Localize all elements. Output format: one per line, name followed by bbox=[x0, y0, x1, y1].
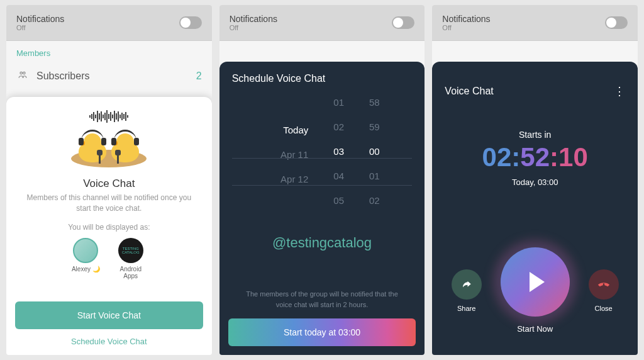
notifications-label: Notifications bbox=[16, 14, 64, 24]
notifications-row[interactable]: Notifications Off bbox=[432, 5, 638, 41]
countdown-timer: 02:52:10 bbox=[482, 142, 588, 172]
members-section-header: Members bbox=[6, 41, 212, 65]
countdown-sheet: Voice Chat ⋮ Starts in 02:52:10 Today, 0… bbox=[432, 62, 638, 355]
notifications-status: Off bbox=[16, 24, 64, 31]
start-now-label: Start Now bbox=[517, 324, 553, 334]
svg-point-1 bbox=[23, 72, 26, 74]
more-menu-icon[interactable]: ⋮ bbox=[614, 84, 625, 98]
schedule-title: Schedule Voice Chat bbox=[219, 73, 425, 84]
play-icon bbox=[530, 272, 545, 292]
sheet-title: Voice Chat bbox=[83, 177, 135, 190]
share-icon bbox=[461, 279, 472, 290]
hangup-icon bbox=[597, 278, 611, 291]
avatar-icon bbox=[73, 238, 98, 263]
displayed-as-label: You will be displayed as: bbox=[68, 223, 150, 232]
notifications-toggle[interactable] bbox=[179, 16, 202, 29]
sheet-description: Members of this channel will be notified… bbox=[15, 193, 203, 214]
notifications-status: Off bbox=[442, 24, 490, 31]
screen-voice-chat-start: Notifications Off Members Subscribers 2 … bbox=[6, 5, 212, 355]
subscribers-icon bbox=[16, 70, 29, 82]
notifications-toggle[interactable] bbox=[392, 16, 414, 29]
close-button[interactable] bbox=[589, 269, 619, 300]
vc-title: Voice Chat bbox=[445, 86, 493, 97]
schedule-sheet: Schedule Voice Chat Today Apr 11 Apr 12 … bbox=[219, 62, 425, 355]
avatar-option-alexey[interactable]: Alexey 🌙 bbox=[72, 238, 100, 279]
start-today-button[interactable]: Start today at 03:00 bbox=[228, 318, 416, 346]
avatar-label: Alexey 🌙 bbox=[72, 266, 100, 273]
avatar-option-android-apps[interactable]: TESTINGCATALOG Android Apps bbox=[115, 238, 147, 279]
voice-chat-sheet: Voice Chat Members of this channel will … bbox=[6, 97, 212, 355]
avatar-icon: TESTINGCATALOG bbox=[118, 238, 143, 263]
picker-hour-column[interactable]: 01 02 03 04 05 bbox=[333, 97, 344, 281]
subscribers-row[interactable]: Subscribers 2 bbox=[6, 65, 212, 89]
notifications-label: Notifications bbox=[442, 14, 490, 24]
notifications-toggle[interactable] bbox=[605, 16, 628, 29]
subscribers-label: Subscribers bbox=[36, 70, 89, 82]
close-label: Close bbox=[595, 305, 613, 312]
picker-date-column[interactable]: Today Apr 11 Apr 12 bbox=[264, 97, 308, 281]
notifications-row[interactable]: Notifications Off bbox=[219, 5, 425, 41]
voice-chat-illustration bbox=[65, 110, 153, 172]
start-now-button[interactable] bbox=[501, 247, 570, 317]
share-label: Share bbox=[457, 305, 475, 312]
schedule-notice: The members of the group will be notifie… bbox=[219, 289, 425, 310]
starts-in-label: Starts in bbox=[519, 130, 551, 140]
share-button[interactable] bbox=[452, 269, 482, 300]
datetime-picker[interactable]: Today Apr 11 Apr 12 01 02 03 04 05 58 59… bbox=[219, 97, 425, 281]
picker-minute-column[interactable]: 58 59 00 01 02 bbox=[369, 97, 380, 281]
svg-point-0 bbox=[20, 72, 23, 74]
scheduled-time: Today, 03:00 bbox=[512, 177, 558, 187]
notifications-status: Off bbox=[230, 24, 277, 31]
avatar-row: Alexey 🌙 TESTINGCATALOG Android Apps bbox=[72, 238, 147, 279]
notifications-label: Notifications bbox=[230, 14, 277, 24]
schedule-voice-chat-link[interactable]: Schedule Voice Chat bbox=[71, 337, 147, 346]
start-voice-chat-button[interactable]: Start Voice Chat bbox=[15, 301, 203, 329]
screen-schedule-voice-chat: Notifications Off Schedule Voice Chat To… bbox=[219, 5, 425, 355]
avatar-label: Android Apps bbox=[115, 266, 147, 279]
subscribers-count: 2 bbox=[196, 70, 202, 82]
notifications-row[interactable]: Notifications Off bbox=[6, 5, 212, 41]
screen-voice-chat-countdown: Notifications Off Voice Chat ⋮ Starts in… bbox=[432, 5, 638, 355]
